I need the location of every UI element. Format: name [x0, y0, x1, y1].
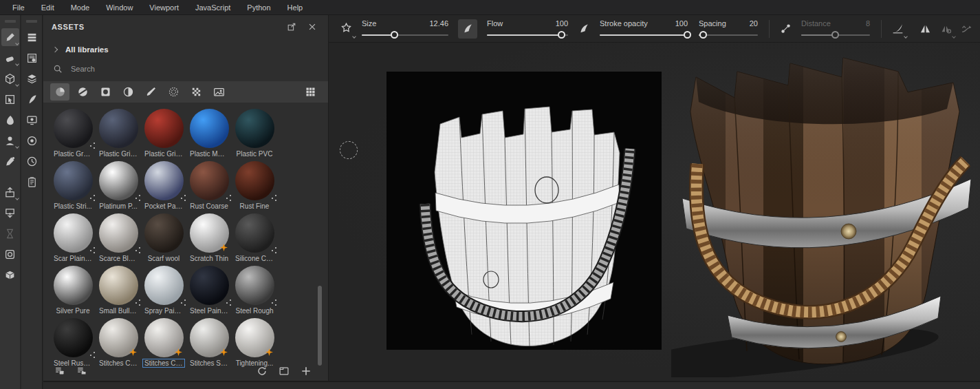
- tool-texture-set-settings[interactable]: [23, 49, 41, 67]
- tool-bake[interactable]: [1, 245, 19, 263]
- tool-material-picker[interactable]: [1, 152, 19, 170]
- library-selector[interactable]: All libraries: [43, 40, 328, 59]
- asset-item[interactable]: Steel Painted: [186, 264, 232, 316]
- asset-item[interactable]: Plastic Stri...: [50, 159, 96, 211]
- add-asset-icon[interactable]: [298, 364, 314, 379]
- tool-history[interactable]: [23, 152, 41, 170]
- brush-stamp-icon[interactable]: [336, 19, 356, 39]
- tool-effects[interactable]: [23, 90, 41, 108]
- asset-item[interactable]: Tightening...: [232, 316, 277, 368]
- filter-materials[interactable]: [50, 83, 69, 101]
- tool-import-asset[interactable]: [1, 204, 19, 222]
- filter-environments[interactable]: [209, 83, 228, 101]
- stroke-opacity-slider[interactable]: [600, 31, 688, 39]
- asset-label: Plastic Stri...: [52, 202, 94, 211]
- asset-item[interactable]: Scar Plain ...: [50, 211, 96, 264]
- asset-item[interactable]: Steel Rust ...: [50, 316, 96, 368]
- tool-smudge[interactable]: [1, 111, 19, 129]
- viewport-3d[interactable]: [329, 43, 980, 381]
- material-sphere: [144, 161, 184, 200]
- tool-shader-settings[interactable]: [23, 132, 41, 149]
- asset-item[interactable]: Rust Fine: [232, 159, 277, 211]
- asset-item[interactable]: Scratch Thin: [186, 211, 232, 264]
- asset-item[interactable]: Spray Pain...: [141, 264, 186, 316]
- close-panel-icon[interactable]: [305, 19, 320, 34]
- asset-item[interactable]: Plastic Grid...: [141, 107, 186, 159]
- asset-item[interactable]: Steel Rough: [232, 264, 277, 316]
- asset-badge-icon: [226, 302, 228, 304]
- tool-hourglass[interactable]: [1, 224, 19, 242]
- toolbar-separator-2: [881, 20, 882, 38]
- tool-polygon-fill[interactable]: [1, 90, 19, 108]
- pen-pressure-size-icon[interactable]: [458, 19, 477, 39]
- spacing-slider[interactable]: [699, 31, 758, 39]
- material-sphere: [144, 109, 184, 148]
- tool-clone[interactable]: [1, 132, 19, 149]
- filter-filters[interactable]: [118, 83, 138, 101]
- asset-item[interactable]: Scarf wool: [141, 211, 186, 264]
- tool-paint-brush[interactable]: [1, 28, 19, 46]
- menu-item-file[interactable]: File: [4, 0, 33, 15]
- asset-item[interactable]: Plastic Grid...: [96, 107, 141, 159]
- undock-panel-icon[interactable]: [284, 19, 299, 34]
- asset-item[interactable]: Plastic Grai...: [50, 107, 96, 159]
- asset-badge-icon: [181, 198, 183, 200]
- tool-layers[interactable]: [23, 70, 41, 87]
- menu-item-javascript[interactable]: JavaScript: [187, 0, 239, 15]
- asset-item[interactable]: Scarce Blo...: [96, 211, 141, 264]
- lazy-mouse-path-icon[interactable]: [956, 19, 977, 39]
- tool-properties[interactable]: [23, 173, 41, 191]
- asset-item[interactable]: Plastic Mat...: [186, 107, 232, 159]
- material-sphere: [235, 109, 274, 148]
- asset-label: Spray Pain...: [142, 306, 185, 315]
- search-input[interactable]: [69, 64, 318, 74]
- new-shelf-icon[interactable]: [276, 364, 292, 379]
- mirror-symmetry-icon[interactable]: [915, 19, 935, 39]
- menu-item-python[interactable]: Python: [239, 0, 279, 15]
- filter-textures[interactable]: [186, 83, 206, 101]
- asset-label: Plastic Grid...: [142, 149, 185, 158]
- falloff-curve-icon[interactable]: [887, 19, 908, 39]
- tool-texture-set-list[interactable]: [23, 28, 41, 46]
- filter-smart-materials[interactable]: [73, 83, 92, 101]
- tool-package[interactable]: [1, 266, 19, 284]
- menu-item-viewport[interactable]: Viewport: [141, 0, 187, 15]
- filter-alphas[interactable]: [164, 83, 183, 101]
- assets-scrollbar[interactable]: [318, 286, 322, 366]
- distance-slider[interactable]: [801, 31, 870, 39]
- shelf-list-icon[interactable]: [52, 364, 68, 379]
- menu-item-help[interactable]: Help: [279, 0, 312, 15]
- asset-item[interactable]: Plastic PVC: [232, 107, 277, 159]
- tool-display-settings[interactable]: [23, 111, 41, 129]
- asset-item[interactable]: Stitches Co...: [96, 316, 141, 368]
- menu-item-edit[interactable]: Edit: [33, 0, 63, 15]
- asset-item[interactable]: Silicone Coat: [232, 211, 277, 264]
- radial-symmetry-icon[interactable]: [935, 19, 956, 39]
- size-slider[interactable]: [362, 31, 448, 39]
- pen-pressure-flow-icon[interactable]: [574, 19, 594, 39]
- viewport-2d[interactable]: [386, 72, 662, 350]
- tool-export[interactable]: [1, 183, 19, 201]
- refresh-icon[interactable]: [254, 364, 270, 379]
- asset-item[interactable]: Rust Coarse: [186, 159, 232, 211]
- asset-label: Scarce Blo...: [97, 254, 140, 263]
- filter-smart-masks[interactable]: [96, 83, 115, 101]
- filter-brushes[interactable]: [141, 83, 160, 101]
- asset-label: Small Bulle...: [97, 306, 140, 315]
- asset-badge-icon: [135, 198, 138, 200]
- asset-item[interactable]: Small Bulle...: [96, 264, 141, 316]
- shelf-folders-icon[interactable]: [74, 364, 90, 379]
- grid-view-icon[interactable]: [301, 83, 320, 101]
- tool-eraser[interactable]: [1, 49, 19, 67]
- asset-item[interactable]: Stitches Cr...: [141, 316, 186, 368]
- flow-slider[interactable]: [487, 31, 568, 39]
- asset-item[interactable]: Pocket Pat...: [141, 159, 186, 211]
- menu-item-mode[interactable]: Mode: [63, 0, 98, 15]
- lazy-mouse-icon[interactable]: [775, 19, 796, 39]
- asset-label: Steel Rough: [233, 306, 275, 315]
- tool-projection[interactable]: [1, 70, 19, 87]
- menu-item-window[interactable]: Window: [98, 0, 141, 15]
- asset-item[interactable]: Silver Pure: [50, 264, 96, 316]
- asset-item[interactable]: Platinum P...: [96, 159, 141, 211]
- asset-item[interactable]: Stitches Str...: [186, 316, 232, 368]
